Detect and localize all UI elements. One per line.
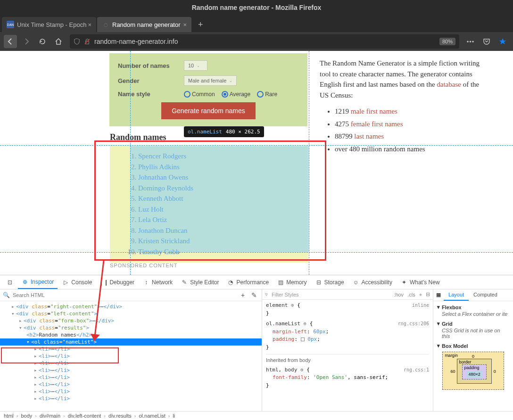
- search-icon: 🔍: [3, 292, 10, 298]
- styles-rules[interactable]: inlineelement ⊕ { } rng.css:206ol.nameLi…: [262, 300, 433, 411]
- devtools-tabs: ⊡ ⊕Inspector ▷Console ❙❙Debugger ↕Networ…: [0, 275, 513, 289]
- stat-last: 88799 last names: [335, 131, 489, 142]
- devtools-dock-button[interactable]: ⊡: [3, 276, 17, 288]
- breadcrumb[interactable]: html› body› div#main› div.left-content› …: [0, 411, 513, 420]
- generate-button[interactable]: Generate random names: [161, 102, 256, 119]
- layout-panel: ▦ Layout Computed ▾Flexbox Select a Flex…: [433, 289, 513, 411]
- last-names-link[interactable]: last names: [354, 132, 384, 140]
- tab-accessibility[interactable]: ☺Accessibility: [349, 276, 396, 288]
- eyedropper-icon[interactable]: ✎: [249, 291, 259, 299]
- cls-toggle[interactable]: .cls: [407, 292, 415, 297]
- radio-rare[interactable]: Rare: [257, 91, 277, 98]
- styles-panel: ▿ Filter Styles :hov .cls + ⊟ inlineelem…: [262, 289, 433, 411]
- search-input[interactable]: [13, 292, 236, 298]
- favicon-icon: ◌: [102, 21, 109, 28]
- storage-icon: ⊟: [315, 279, 322, 286]
- style-label: Name style: [118, 91, 184, 98]
- new-tab-button[interactable]: +: [192, 17, 209, 32]
- pocket-icon[interactable]: [480, 35, 493, 48]
- html-panel: 🔍 + ✎ ▸<div class="right-content">⋯</div…: [0, 289, 262, 411]
- tab-console[interactable]: ▷Console: [58, 276, 96, 288]
- filter-styles-input[interactable]: Filter Styles: [272, 292, 390, 297]
- chevron-down-icon: ⌄: [197, 64, 200, 68]
- back-button[interactable]: [4, 35, 17, 48]
- radio-average[interactable]: Average: [222, 91, 250, 98]
- tab-whats-new[interactable]: ✦What's New: [397, 276, 444, 288]
- stat-female: 4275 female first names: [335, 119, 489, 130]
- tab-storage[interactable]: ⊟Storage: [312, 276, 348, 288]
- tab-label: Random name generator: [112, 21, 181, 28]
- radio-common[interactable]: Common: [184, 91, 215, 98]
- tab-network[interactable]: ↕Network: [139, 276, 176, 288]
- hov-toggle[interactable]: :hov: [394, 292, 404, 297]
- layout-tab[interactable]: Layout: [444, 289, 469, 301]
- tracking-shield-icon[interactable]: [74, 38, 80, 45]
- debugger-icon: ❙❙: [100, 279, 107, 286]
- list-item: Phyllis Adkins: [138, 162, 308, 173]
- home-button[interactable]: [52, 35, 65, 48]
- tab-debugger[interactable]: ❙❙Debugger: [97, 276, 138, 288]
- list-item: Kenneth Abbott: [138, 193, 308, 204]
- list-item: Lela Ortiz: [138, 214, 308, 225]
- url-bar[interactable]: random-name-generator.info 80%: [70, 34, 459, 49]
- gender-select[interactable]: Male and female⌄: [184, 75, 237, 86]
- url-text: random-name-generator.info: [94, 38, 438, 45]
- list-item: Kristen Strickland: [138, 236, 308, 247]
- favicon-icon: DAN: [7, 21, 14, 28]
- tab-label: Unix Time Stamp - Epoch: [17, 21, 86, 28]
- tab-unix-timestamp[interactable]: DAN Unix Time Stamp - Epoch ×: [2, 17, 96, 32]
- bookmark-star-icon[interactable]: [496, 35, 509, 48]
- html-search-bar: 🔍 + ✎: [0, 289, 262, 301]
- performance-icon: ◔: [227, 279, 234, 286]
- dom-tree[interactable]: ▸<div class="right-content">⋯</div> ▾<di…: [0, 301, 262, 411]
- tab-inspector[interactable]: ⊕Inspector: [18, 276, 58, 289]
- browser-navbar: random-name-generator.info 80% •••: [0, 32, 513, 51]
- name-list: Spencer Rodgers Phyllis Adkins Johnathan…: [110, 151, 308, 257]
- tab-random-name-generator[interactable]: ◌ Random name generator ×: [97, 17, 191, 32]
- list-item: Timothy Cobb: [138, 247, 308, 257]
- close-icon[interactable]: ×: [88, 21, 91, 28]
- computed-tab[interactable]: Computed: [469, 289, 502, 301]
- page-actions-icon[interactable]: •••: [464, 35, 477, 48]
- results-heading: Random names: [110, 132, 166, 142]
- gift-icon: ✦: [401, 279, 407, 286]
- female-names-link[interactable]: female first names: [351, 120, 403, 128]
- insecure-lock-icon[interactable]: [84, 38, 91, 45]
- print-icon[interactable]: ⊟: [426, 291, 430, 297]
- tab-performance[interactable]: ◔Performance: [223, 276, 273, 288]
- memory-icon: ▤: [277, 279, 284, 286]
- reload-button[interactable]: [36, 35, 49, 48]
- database-link[interactable]: database: [437, 81, 461, 88]
- generator-form: Number of names 10⌄ Gender Male and fema…: [109, 53, 307, 126]
- waffle-icon[interactable]: ▦: [433, 289, 444, 301]
- gender-label: Gender: [118, 77, 184, 84]
- close-icon[interactable]: ×: [183, 21, 187, 28]
- sponsored-label: SPONSORED CONTENT: [110, 263, 178, 268]
- page-content: Number of names 10⌄ Gender Male and fema…: [0, 51, 513, 275]
- chevron-down-icon: ⌄: [229, 79, 232, 83]
- list-item: Johnathan Owens: [138, 172, 308, 183]
- list-item: Spencer Rodgers: [138, 151, 308, 162]
- box-model-diagram: margin 0 60 border padding 480×2: [437, 352, 509, 390]
- list-item: Luz Holt: [138, 204, 308, 215]
- funnel-icon: ▿: [265, 291, 268, 297]
- zoom-indicator[interactable]: 80%: [439, 38, 455, 45]
- accessibility-icon: ☺: [353, 279, 359, 286]
- inspector-icon: ⊕: [22, 279, 28, 285]
- male-names-link[interactable]: male first names: [351, 107, 397, 115]
- results-box: Spencer Rodgers Phyllis Adkins Johnathan…: [110, 145, 308, 263]
- window-title: Random name generator - Mozilla Firefox: [192, 4, 322, 11]
- network-icon: ↕: [143, 279, 149, 286]
- window-titlebar: Random name generator - Mozilla Firefox: [0, 0, 513, 15]
- number-select[interactable]: 10⌄: [184, 60, 207, 71]
- inspector-tooltip: ol.nameList 480 × 262.5: [184, 126, 264, 137]
- sidebar-description: The Random Name Generator is a simple fi…: [320, 58, 489, 156]
- tab-style-editor[interactable]: ✎Style Editor: [177, 276, 223, 288]
- tab-memory[interactable]: ▤Memory: [273, 276, 310, 288]
- forward-button[interactable]: [20, 35, 33, 48]
- list-item: Domingo Reynolds: [138, 183, 308, 194]
- console-icon: ▷: [62, 279, 69, 286]
- number-label: Number of names: [118, 62, 184, 69]
- new-rule-button[interactable]: +: [419, 292, 422, 297]
- add-node-button[interactable]: +: [239, 291, 247, 299]
